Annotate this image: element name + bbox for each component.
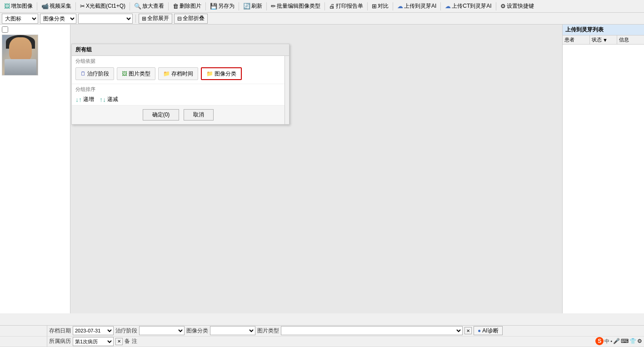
right-panel: 上传到灵芽列表 患者 状态 ▼ 信息: [562, 25, 644, 313]
collapse-all-label: 全部折叠: [183, 15, 205, 22]
shuidi-cn-label: 中: [604, 338, 609, 345]
toolbar-divider-2: [75, 2, 76, 10]
toolbar-divider-4: [168, 2, 169, 10]
video-capture-button[interactable]: 📹 视频采集: [39, 1, 74, 11]
patient-photo: [2, 35, 38, 75]
filter-select[interactable]: [78, 14, 133, 24]
bottom-row-2: 所属病历 第1次病历 ✕ 备 注: [0, 337, 644, 347]
main-toolbar: 🖼 增加图像 📹 视频采集 ✂ X光截图(Ct1+Q) 🔍 放大查看 🗑 删除图…: [0, 0, 644, 13]
image-category-select[interactable]: [210, 326, 255, 335]
collapse-all-icon: ⊟: [177, 15, 182, 22]
group-option-image-type[interactable]: 🖼 图片类型: [117, 67, 155, 80]
zoom-view-button[interactable]: 🔍 放大查看: [132, 1, 166, 11]
group-by-select[interactable]: 图像分类 图片类型 治疗阶段 存档时间: [40, 14, 76, 24]
toolbar-divider-10: [393, 2, 393, 10]
right-col-status: 状态 ▼: [590, 35, 617, 44]
upload-ct-label: 上传CT到灵芽AI: [452, 2, 491, 10]
compare-button[interactable]: ⊞ 对比: [369, 1, 391, 11]
expand-all-button[interactable]: ⊞ 全部展开: [139, 14, 172, 24]
image-type-select[interactable]: [281, 326, 463, 335]
note-label: 备: [125, 337, 130, 345]
image-category-label: 图像分类: [215, 70, 236, 78]
xray-crop-button[interactable]: ✂ X光截图(Ct1+Q): [78, 1, 128, 11]
toolbar-divider-12: [496, 2, 496, 10]
left-panel: [0, 25, 70, 313]
compare-icon: ⊞: [372, 3, 377, 10]
popup-confirm-btn[interactable]: 确定(0): [143, 109, 180, 121]
upload-ai-button[interactable]: ☁ 上传到灵芽AI: [395, 1, 439, 11]
popup-content: 分组依据 🗒 治疗阶段 🖼 图片类型 📁 存档时间 📁 图像分类: [72, 56, 289, 124]
archive-time-icon: 📁: [163, 70, 170, 77]
bottom-row-1: 存档日期 2023-07-31 治疗阶段 图像分类 图片类型 ✕ ● AI诊断: [0, 326, 644, 337]
shuidi-s-icon: S: [595, 337, 604, 345]
select-all-checkbox[interactable]: [2, 26, 8, 33]
print-report-icon: 🖨: [329, 3, 335, 10]
sort-descending-label: 递减: [107, 96, 118, 103]
upload-ct-icon: ☁: [445, 3, 451, 10]
archive-date-label: 存档日期: [49, 327, 71, 335]
annotation-label: 注: [132, 337, 137, 345]
right-col-patient: 患者: [563, 35, 590, 44]
toolbar-divider-11: [440, 2, 441, 10]
bottom-left-spacer-2: [2, 337, 47, 347]
expand-all-icon: ⊞: [142, 15, 146, 22]
image-type-label: 图片类型: [129, 70, 150, 78]
batch-edit-icon: ✏: [271, 3, 276, 10]
group-option-archive-time[interactable]: 📁 存档时间: [158, 67, 198, 80]
zoom-view-icon: 🔍: [134, 3, 141, 10]
add-image-button[interactable]: 🖼 增加图像: [2, 1, 35, 11]
expand-all-label: 全部展开: [147, 15, 169, 22]
bottom-left-spacer: [2, 326, 47, 336]
clear-record-btn[interactable]: ✕: [115, 338, 123, 345]
right-col-status-dropdown-icon[interactable]: ▼: [603, 37, 608, 43]
add-image-icon: 🖼: [4, 3, 10, 10]
sort-ascending-btn[interactable]: ↓↑ 递增: [75, 96, 94, 103]
batch-edit-button[interactable]: ✏ 批量编辑图像类型: [269, 1, 323, 11]
popup-title: 所有组: [75, 46, 92, 54]
save-as-icon: 💾: [210, 3, 217, 10]
refresh-button[interactable]: 🔄 刷新: [241, 1, 265, 11]
shortcut-settings-button[interactable]: ⚙ 设置快捷键: [498, 1, 536, 11]
popup-footer: 确定(0) 取消: [72, 105, 285, 124]
shortcut-settings-label: 设置快捷键: [507, 2, 534, 10]
add-image-label: 增加图像: [11, 2, 33, 10]
controls-row: 大图标 小图标 列表 详细 图像分类 图片类型 治疗阶段 存档时间 ⊞ 全部展开…: [0, 13, 644, 25]
treatment-stage-select[interactable]: [139, 326, 185, 335]
popup-scrollbar[interactable]: [285, 56, 289, 124]
print-report-label: 打印报告单: [336, 2, 363, 10]
popup-cancel-btn[interactable]: 取消: [184, 109, 214, 121]
print-report-button[interactable]: 🖨 打印报告单: [327, 1, 365, 11]
ai-diagnose-label: AI诊断: [482, 327, 498, 335]
delete-image-button[interactable]: 🗑 删除图片: [170, 1, 204, 11]
delete-image-label: 删除图片: [180, 2, 201, 10]
save-as-label: 另存为: [218, 2, 235, 10]
archive-date-select[interactable]: 2023-07-31: [73, 326, 114, 335]
collapse-all-button[interactable]: ⊟ 全部折叠: [174, 14, 208, 24]
right-table-header: 患者 状态 ▼ 信息: [563, 35, 644, 45]
treatment-icon: 🗒: [80, 70, 86, 77]
xray-crop-icon: ✂: [80, 3, 85, 10]
shuidi-keyboard-icon: ⌨: [621, 338, 629, 344]
photo-clothes-detail: [5, 59, 36, 75]
ai-diagnose-icon: ●: [478, 327, 481, 334]
upload-ai-label: 上传到灵芽AI: [404, 2, 436, 10]
save-as-button[interactable]: 💾 另存为: [208, 1, 237, 11]
view-mode-select[interactable]: 大图标 小图标 列表 详细: [2, 14, 38, 24]
group-option-treatment[interactable]: 🗒 治疗阶段: [75, 67, 114, 80]
clear-filter-btn[interactable]: ✕: [464, 327, 472, 334]
popup-header: 所有组: [72, 44, 289, 56]
refresh-icon: 🔄: [243, 3, 250, 10]
main-area: 上传到灵芽列表 患者 状态 ▼ 信息 所有组 分组依据 🗒 治疗阶段 🖼: [0, 25, 644, 313]
ai-diagnose-btn[interactable]: ● AI诊断: [474, 326, 503, 335]
toolbar-divider-5: [205, 2, 206, 10]
group-option-image-category[interactable]: 📁 图像分类: [201, 67, 242, 80]
toolbar-divider-1: [37, 2, 37, 10]
popup-section-sort-label: 分组排序: [72, 84, 285, 94]
popup-section-group-by-label: 分组依据: [72, 56, 285, 65]
record-label: 所属病历: [49, 337, 71, 345]
right-panel-title: 上传到灵芽列表: [563, 25, 644, 35]
record-select[interactable]: 第1次病历: [73, 337, 114, 346]
sort-descending-btn[interactable]: ↑↓ 递减: [100, 96, 118, 103]
photo-face: [9, 37, 32, 62]
upload-ct-button[interactable]: ☁ 上传CT到灵芽AI: [443, 1, 494, 11]
